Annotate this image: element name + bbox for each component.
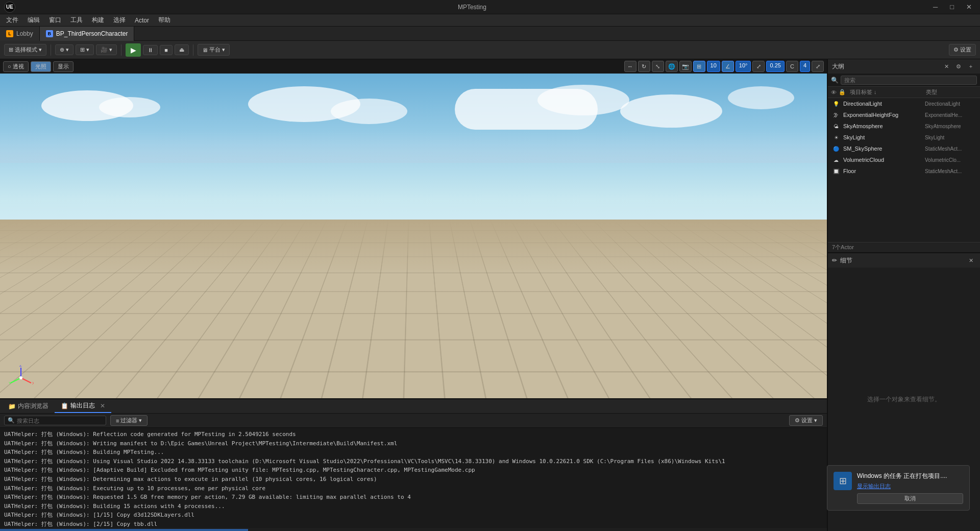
outliner-item-type: SkyAtmosphere <box>925 124 976 129</box>
notification-link[interactable]: 显示输出日志 <box>857 483 891 489</box>
vp-lit-btn[interactable]: 光照 <box>31 61 51 72</box>
vp-show-btn[interactable]: 显示 <box>53 61 74 72</box>
eject-button[interactable]: ⏏ <box>175 44 189 55</box>
log-settings-button[interactable]: ⚙ 设置 ▾ <box>789 415 823 426</box>
outliner-item[interactable]: 🌫 ExponentialHeightFog ExponentialHe... <box>828 109 980 120</box>
vp-scale-value[interactable]: 0.25 <box>766 61 784 72</box>
outliner-item-type: DirectionalLight <box>925 101 976 107</box>
outliner-item-type: SkyLight <box>925 135 976 140</box>
outliner-close-btn[interactable]: ✕ <box>941 61 951 71</box>
outliner-add-btn[interactable]: + <box>966 61 976 71</box>
vp-angle-value[interactable]: 10° <box>736 61 751 72</box>
vp-maximize-icon[interactable]: ⤢ <box>812 61 824 72</box>
transform-btn[interactable]: ⊕ ▾ <box>55 44 74 55</box>
vp-grid-value[interactable]: 10 <box>707 61 720 72</box>
minimize-button[interactable]: ─ <box>929 2 942 12</box>
outliner-item[interactable]: 🔲 Floor StaticMeshAct... <box>828 165 980 177</box>
menu-file[interactable]: 文件 <box>2 15 22 26</box>
titlebar: UE MPTesting ─ □ ✕ <box>0 0 980 14</box>
platform-label: 平台 <box>209 46 220 54</box>
details-close-btn[interactable]: ✕ <box>966 255 976 266</box>
titlebar-left: UE <box>4 2 15 13</box>
outliner-item[interactable]: ☁ VolumetricCloud VolumetricClo... <box>828 154 980 165</box>
floor <box>0 220 827 398</box>
outliner-list: 💡 DirectionalLight DirectionalLight 🌫 Ex… <box>828 98 980 242</box>
outliner-item-type: VolumetricClo... <box>925 157 976 163</box>
outliner-item[interactable]: 💡 DirectionalLight DirectionalLight <box>828 98 980 109</box>
outliner-settings-btn[interactable]: ⚙ <box>953 61 964 71</box>
log-settings-label: 设置 <box>801 417 813 424</box>
vp-scale-icon[interactable]: ⤡ <box>652 61 664 72</box>
vp-translate-icon[interactable]: ↔ <box>624 61 636 72</box>
menu-actor[interactable]: Actor <box>131 16 153 25</box>
close-button[interactable]: ✕ <box>962 2 976 12</box>
tab-bp[interactable]: B BP_ThirdPersonCharacter <box>40 27 135 41</box>
outliner-item[interactable]: 🌤 SkyAtmosphere SkyAtmosphere <box>828 120 980 132</box>
outliner-item[interactable]: 🔵 SM_SkySphere StaticMeshAct... <box>828 143 980 154</box>
platform-button[interactable]: 🖥 平台 ▾ <box>198 44 230 56</box>
main-layout: ○ 透视 光照 显示 ↔ ↻ ⤡ 🌐 📷 ⊞ 10 ∠ <box>0 59 980 531</box>
details-title-label: 细节 <box>840 256 852 265</box>
play-button[interactable]: ▶ <box>126 43 141 57</box>
tab-lobby[interactable]: L Lobby <box>0 27 40 41</box>
show-label: 显示 <box>58 63 69 70</box>
outliner-item-name: SkyAtmosphere <box>843 123 925 129</box>
notification-cancel-btn[interactable]: 取消 <box>857 493 963 504</box>
vp-grid-icon[interactable]: ⊞ <box>693 61 705 72</box>
vp-world-icon[interactable]: 🌐 <box>666 61 678 72</box>
vp-rotate-icon[interactable]: ↻ <box>638 61 650 72</box>
vp-camera-num-icon[interactable]: C <box>786 61 798 72</box>
titlebar-title: MPTesting <box>458 4 486 11</box>
menu-build[interactable]: 构建 <box>88 15 108 26</box>
output-log-close-btn[interactable]: ✕ <box>100 402 105 409</box>
menu-tools[interactable]: 工具 <box>66 15 87 26</box>
separator-2 <box>121 44 121 56</box>
menu-select[interactable]: 选择 <box>109 15 130 26</box>
outliner-columns: 👁 🔒 项目标签 ↓ 类型 <box>828 87 980 98</box>
vp-angle-icon[interactable]: ∠ <box>722 61 734 72</box>
menu-window[interactable]: 窗口 <box>45 15 65 26</box>
tab-bp-label: BP_ThirdPersonCharacter <box>56 30 128 37</box>
vp-camera-num-value[interactable]: 4 <box>800 61 810 72</box>
outliner-item-name: Floor <box>843 168 925 174</box>
restore-button[interactable]: □ <box>946 2 958 12</box>
pause-button[interactable]: ⏸ <box>143 45 158 55</box>
camera-btn[interactable]: 🎥 ▾ <box>96 44 117 55</box>
vp-perspective-btn[interactable]: ○ 透视 <box>3 61 29 72</box>
stop-button[interactable]: ■ <box>160 45 173 55</box>
vp-scale-icon2[interactable]: ⤢ <box>752 61 765 72</box>
scene: X Y Z <box>0 74 827 398</box>
outliner-search-input[interactable] <box>841 76 977 85</box>
menu-help[interactable]: 帮助 <box>154 15 175 26</box>
outliner-item-icon: ☁ <box>832 156 840 164</box>
viewport[interactable]: ○ 透视 光照 显示 ↔ ↻ ⤡ 🌐 📷 ⊞ 10 ∠ <box>0 59 827 398</box>
tab-output-log[interactable]: 📋 输出日志 ✕ <box>55 399 111 413</box>
lock-col-icon: 🔒 <box>839 89 846 95</box>
snap-btn[interactable]: ⊞ ▾ <box>76 44 94 55</box>
menubar: 文件 编辑 窗口 工具 构建 选择 Actor 帮助 <box>0 14 980 27</box>
log-entry: UATHelper: 打包 (Windows): Determining max… <box>4 475 823 484</box>
svg-point-6 <box>19 376 22 379</box>
outliner-item[interactable]: ☀ SkyLight SkyLight <box>828 132 980 143</box>
tab-content-browser[interactable]: 📁 内容浏览器 <box>2 400 55 413</box>
log-entry: UATHelper: 打包 (Windows): [2/15] Copy tbb… <box>4 520 823 528</box>
log-search-box: 🔍 <box>4 416 106 425</box>
vp-camera-icon[interactable]: 📷 <box>679 61 692 72</box>
axes-widget: X Y Z <box>8 365 34 392</box>
log-content: UATHelper: 打包 (Windows): Reflection code… <box>0 428 827 528</box>
toolbar-mode-button[interactable]: ⊞ 选择模式 ▾ <box>4 44 46 56</box>
outliner-header: 大纲 ✕ ⚙ + <box>828 59 980 74</box>
log-entry: UATHelper: 打包 (Windows): Using Visual St… <box>4 457 823 466</box>
lit-label: 光照 <box>35 63 46 70</box>
menu-edit[interactable]: 编辑 <box>23 15 44 26</box>
filter-button[interactable]: ≡ 过滤器 ▾ <box>110 415 148 426</box>
settings-button[interactable]: ⚙ 设置 <box>949 44 976 56</box>
log-search-input[interactable] <box>17 418 99 424</box>
outliner-item-icon: 🌫 <box>832 111 840 119</box>
outliner-count: 7个Actor <box>828 242 980 252</box>
search-icon: 🔍 <box>8 417 15 424</box>
filter-dropdown-icon: ▾ <box>139 417 142 424</box>
mode-dropdown-icon: ▾ <box>39 46 42 53</box>
separator-3 <box>193 44 193 56</box>
output-log-icon: 📋 <box>61 402 68 409</box>
